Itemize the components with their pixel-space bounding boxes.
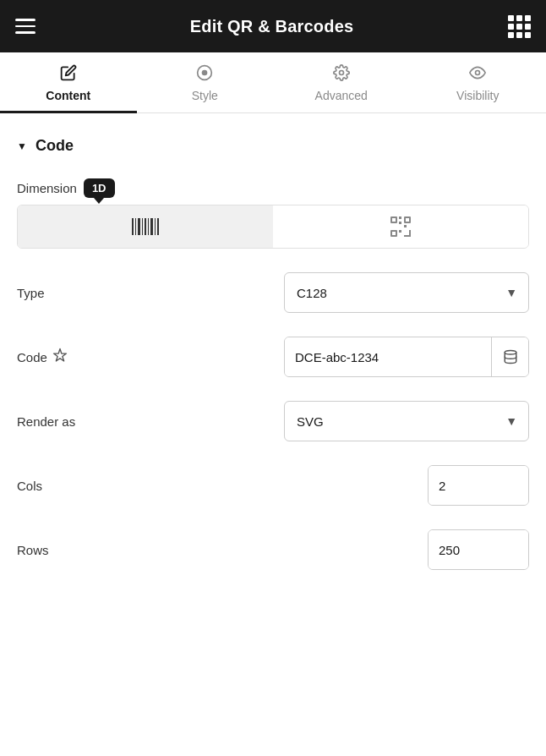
gear-icon (333, 64, 350, 84)
rows-input[interactable] (429, 530, 529, 569)
app-header: Edit QR & Barcodes (0, 0, 546, 52)
render-as-row: Render as SVG Canvas PNG ▼ (17, 401, 529, 441)
svg-rect-14 (392, 218, 396, 222)
eye-icon (469, 64, 486, 84)
render-as-select-wrapper: SVG Canvas PNG ▼ (284, 401, 529, 441)
main-content: ▼ Code Dimension 1D (0, 113, 546, 611)
tab-style-label: Style (192, 89, 218, 102)
tab-advanced-label: Advanced (315, 89, 368, 102)
svg-point-0 (202, 70, 208, 76)
type-label: Type (17, 286, 45, 300)
svg-rect-8 (145, 218, 146, 235)
collapse-arrow-icon[interactable]: ▼ (17, 140, 27, 152)
tab-advanced[interactable]: Advanced (273, 52, 410, 112)
svg-rect-11 (155, 218, 156, 235)
style-icon (196, 64, 213, 84)
tab-style[interactable]: Style (137, 52, 274, 112)
render-as-select[interactable]: SVG Canvas PNG (284, 401, 529, 441)
toggle-1d-button[interactable] (18, 205, 273, 248)
svg-rect-24 (409, 230, 411, 237)
code-database-button[interactable] (491, 337, 528, 376)
svg-rect-12 (157, 218, 159, 235)
cols-input[interactable] (429, 466, 529, 505)
section-header: ▼ Code (17, 137, 529, 155)
tab-content-label: Content (46, 89, 90, 102)
section-title: Code (35, 137, 74, 155)
dimension-tooltip: 1D (84, 178, 115, 198)
tab-content[interactable]: Content (0, 52, 137, 112)
svg-rect-20 (399, 222, 401, 224)
code-label: Code (17, 348, 68, 366)
code-input[interactable] (285, 337, 491, 376)
code-row: Code (17, 337, 529, 377)
page-title: Edit QR & Barcodes (190, 17, 354, 36)
ai-sparkle-icon (52, 348, 68, 366)
svg-rect-10 (150, 218, 153, 235)
svg-rect-6 (138, 218, 140, 235)
cols-label: Cols (17, 479, 42, 493)
rows-label: Rows (17, 543, 49, 557)
apps-grid-button[interactable] (508, 15, 531, 38)
type-select-wrapper: C128 C39 EAN13 QR ▼ (284, 272, 529, 313)
code-input-group (284, 337, 529, 377)
rows-input-group (428, 529, 529, 570)
svg-rect-22 (399, 230, 401, 233)
type-row: Type C128 C39 EAN13 QR ▼ (17, 272, 529, 313)
type-select[interactable]: C128 C39 EAN13 QR (284, 272, 529, 313)
rows-row: Rows (17, 529, 529, 570)
cols-row: Cols (17, 465, 529, 506)
svg-rect-19 (399, 216, 401, 219)
svg-rect-16 (406, 218, 409, 222)
svg-rect-9 (148, 218, 149, 235)
svg-point-25 (505, 351, 516, 355)
dimension-row: Dimension 1D (17, 178, 529, 249)
tabs-nav: Content Style Advanced Visibility (0, 52, 546, 113)
dimension-label: Dimension (17, 181, 77, 195)
tab-visibility[interactable]: Visibility (410, 52, 547, 112)
svg-point-2 (339, 71, 343, 75)
render-as-label: Render as (17, 414, 75, 429)
pencil-icon (60, 64, 77, 84)
svg-rect-4 (132, 218, 134, 235)
svg-rect-21 (404, 225, 407, 227)
svg-rect-18 (392, 232, 396, 235)
toggle-2d-button[interactable] (273, 205, 528, 248)
svg-point-3 (476, 71, 480, 75)
svg-rect-7 (142, 218, 143, 235)
cols-input-group (428, 465, 529, 506)
svg-rect-5 (135, 218, 136, 235)
dimension-toggle (17, 205, 529, 249)
hamburger-menu-button[interactable] (15, 19, 35, 34)
tab-visibility-label: Visibility (456, 89, 499, 102)
